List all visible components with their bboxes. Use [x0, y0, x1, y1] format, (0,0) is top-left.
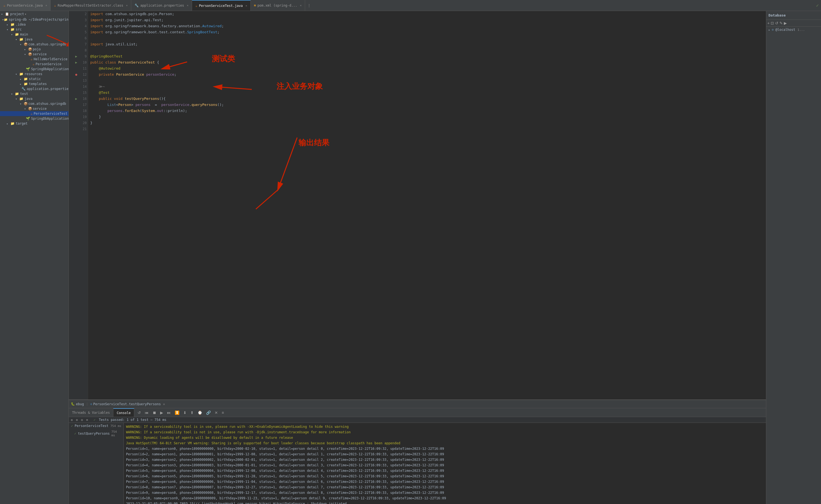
tab-overflow-button[interactable]: ⋮: [305, 0, 313, 11]
toolbar-stop[interactable]: ⏹: [151, 410, 157, 415]
sidebar-item-com-test[interactable]: ▾ 📦 com.atshuo.springdb: [0, 101, 69, 106]
tab-close-3[interactable]: ✕: [187, 4, 188, 7]
sidebar-item-springdbapptest[interactable]: ▸ 🌱 SpringDbApplicationTes...: [0, 116, 69, 121]
gutter-row-18: 18: [69, 108, 88, 114]
test-item-personservicetest[interactable]: ✓ PersonServiceTest 754 ms: [69, 423, 124, 429]
bottom-panel: 🐛 ebug | ◇ PersonServiceTest.testQueryPe…: [69, 399, 766, 504]
debug-tab-label[interactable]: ebug: [76, 402, 84, 406]
code-line-18: persons.forEach(System.out::println);: [90, 108, 766, 114]
debug-test-name[interactable]: PersonServiceTest.testQueryPersons: [93, 402, 161, 406]
console-line-data-2: Person(id=2, name=person1, phone=1890000…: [126, 451, 764, 457]
toolbar-step-out[interactable]: ⬇: [182, 410, 188, 415]
sidebar-item-helloworld[interactable]: ▸ ☕ HelloWorldService: [0, 57, 69, 62]
db-layout-button[interactable]: ⊡: [771, 21, 774, 25]
code-line-16: public void testQueryPersons(){: [90, 96, 766, 102]
gutter-row-5: 5: [69, 29, 88, 35]
tab-close-5[interactable]: ✕: [300, 4, 302, 7]
sidebar-item-springdbapp[interactable]: ▸ 🌱 SpringDbApplication: [0, 67, 69, 72]
db-run-button[interactable]: ▶: [784, 21, 787, 25]
tab-person-service[interactable]: ☕ PersonService.java ✕: [0, 0, 51, 11]
toolbar-more[interactable]: ≡: [221, 410, 225, 415]
sidebar-label-com-springdb: com.atshuo.springdb: [28, 42, 66, 46]
sidebar-item-com-springdb[interactable]: ▾ 📦 com.atshuo.springdb: [0, 42, 69, 47]
toolbar-rerun[interactable]: ⏮: [144, 410, 150, 415]
test-name-2: testQueryPersons: [78, 432, 110, 435]
gutter-row-12: ●12: [69, 72, 88, 78]
sidebar-label-helloworld: HelloWorldService: [34, 57, 67, 61]
sidebar-item-project[interactable]: ▾ 📋 project ▾: [0, 11, 69, 17]
tab-close-1[interactable]: ✕: [45, 4, 47, 7]
toolbar-step-over[interactable]: ⏭: [166, 410, 172, 415]
db-add-button[interactable]: +: [767, 21, 770, 25]
sidebar-item-idea[interactable]: ▸ 📁 .idea: [0, 22, 69, 27]
debug-tab-close[interactable]: ✕: [163, 402, 165, 406]
sidebar-item-personservicetest[interactable]: ▸ ☕ PersonServiceTest: [0, 111, 69, 116]
toolbar-step-into[interactable]: ⏬: [174, 410, 180, 415]
toolbar-evaluate[interactable]: ⌚: [196, 410, 203, 415]
db-edit-button[interactable]: ✎: [779, 21, 783, 25]
code-editor[interactable]: 2 3 4 5 6 7 8 ▶9 ▶10 11 ●12 13 14 15: [69, 11, 766, 399]
db-item-localhost[interactable]: ▸ ⊙ @localhost 1...: [766, 27, 821, 33]
gutter-row-19: 19: [69, 114, 88, 120]
gutter-row-9: ▶9: [69, 53, 88, 59]
sidebar-item-target[interactable]: ▸ 📁 target: [0, 121, 69, 126]
sidebar-label-src: src: [16, 28, 22, 31]
db-refresh-button[interactable]: ↺: [775, 21, 778, 25]
sidebar-label-main: main: [20, 32, 28, 36]
sidebar-item-appprops[interactable]: ▸ 🔧 application.properties: [0, 86, 69, 91]
folder-icon-springdb: 📁: [4, 18, 8, 21]
check-icon-1: ✓: [71, 424, 73, 428]
sidebar-item-resources[interactable]: ▾ 📁 resources: [0, 72, 69, 76]
console-line-warn-1: WARNING: If a serviceability tool is in …: [126, 424, 764, 429]
sidebar-item-main[interactable]: ▾ 📁 main: [0, 32, 69, 37]
bottom-tab-console[interactable]: Console: [113, 408, 134, 417]
tab-rowmapper[interactable]: ☕ RowMapperResultSetExtractor.class ✕: [51, 0, 131, 11]
toolbar-clear[interactable]: ✕: [214, 410, 219, 415]
toolbar-restart[interactable]: ↺: [136, 410, 142, 415]
tree-arrow-resources: ▾: [15, 73, 19, 76]
sidebar-item-service-test[interactable]: ▾ 📦 service: [0, 106, 69, 111]
tree-arrow-java-main: ▾: [15, 38, 19, 41]
console-line-data-10: Person(id=10, name=person9, phone=189000…: [126, 495, 764, 501]
gutter-row-6: 6: [69, 35, 88, 41]
console-line-data-6: Person(id=6, name=person5, phone=1890000…: [126, 473, 764, 479]
sidebar-item-static[interactable]: ▸ 📁 static: [0, 76, 69, 81]
bottom-tab-threads[interactable]: Threads & Variables: [69, 408, 113, 417]
sidebar-item-springdb[interactable]: ▾ 📁 spring-db ~/IdeaProjects/spring-db: [0, 17, 69, 22]
sidebar-item-test[interactable]: ▾ 📁 test: [0, 91, 69, 96]
toolbar-resume[interactable]: ▶: [159, 410, 164, 415]
sidebar-item-java-test[interactable]: ▾ 📁 java: [0, 96, 69, 101]
sidebar-item-java-main[interactable]: ▾ 📁 java: [0, 37, 69, 42]
code-line-4: import org.springframework.beans.factory…: [90, 23, 766, 29]
debug-test-icon: ◇: [90, 402, 92, 406]
sidebar-item-service-main[interactable]: ▾ 📦 service: [0, 52, 69, 57]
sidebar-item-pojo[interactable]: ▸ 📦 pojo: [0, 47, 69, 52]
tab-person-service-test[interactable]: ☕ PersonServiceTest.java ✕: [192, 0, 251, 11]
tree-arrow-pojo: ▸: [24, 48, 28, 51]
toolbar-settings-icon: ⚙: [76, 418, 78, 422]
tab-pom[interactable]: m pom.xml (spring-d... ✕: [251, 0, 305, 11]
toolbar-frames[interactable]: 🔗: [205, 410, 212, 415]
console-area[interactable]: WARNING: If a serviceability tool is in …: [124, 423, 766, 504]
code-line-19: }: [90, 114, 766, 120]
console-line-data-1: Person(id=1, name=person0, phone=1890000…: [126, 446, 764, 451]
tab-label-4: PersonServiceTest.java: [199, 4, 243, 8]
tree-arrow-com-springdb: ▾: [20, 43, 24, 46]
class-icon-personservice: ☕: [32, 62, 34, 66]
console-label: Console: [117, 411, 131, 415]
test-item-testquerypersons[interactable]: ✓ testQueryPersons 754 ms: [69, 429, 124, 438]
tab-application-props[interactable]: 🔧 application.properties ✕: [131, 0, 192, 11]
console-line-data-7: Person(id=7, name=person6, phone=1890000…: [126, 479, 764, 484]
toolbar-run-cursor[interactable]: ⬆: [189, 410, 195, 415]
tab-bar: ☕ PersonService.java ✕ ☕ RowMapperResult…: [0, 0, 821, 11]
sidebar-item-templates[interactable]: ▸ 📁 templates: [0, 81, 69, 86]
debug-tab-bar: 🐛 ebug | ◇ PersonServiceTest.testQueryPe…: [69, 400, 766, 408]
sidebar-item-personservice[interactable]: ▸ ☕ PersonService: [0, 62, 69, 67]
folder-icon-templates: 📁: [24, 82, 28, 86]
sidebar-item-src[interactable]: ▾ 📁 src: [0, 27, 69, 32]
console-line-warn-4: Java HotSpot(TM) 64-Bit Server VM warnin…: [126, 440, 764, 446]
tab-close-2[interactable]: ✕: [126, 4, 128, 7]
tab-close-4[interactable]: ✕: [245, 4, 247, 7]
db-header: Database: [766, 11, 821, 20]
code-line-7: import java.util.List;: [90, 41, 766, 47]
